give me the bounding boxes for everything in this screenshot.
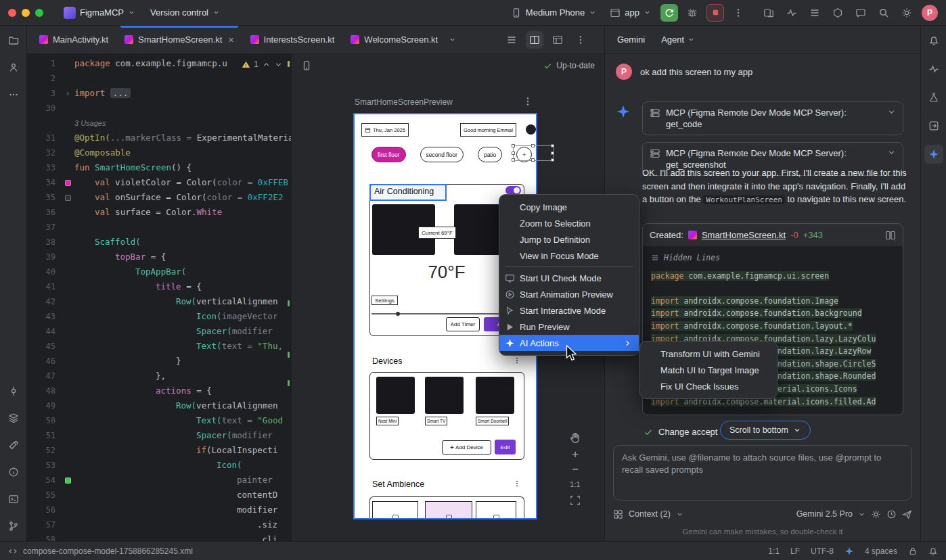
selection-handles[interactable] — [513, 145, 554, 161]
status-item-1-1[interactable]: 1:1 — [768, 546, 780, 556]
menu-item-start-ui-check-mode[interactable]: Start UI Check Mode — [499, 270, 639, 286]
editor-options-button[interactable] — [572, 31, 589, 49]
menu-item-jump-to-definition[interactable]: Jump to Definition — [499, 231, 639, 248]
status-item-utf-8[interactable]: UTF-8 — [811, 546, 834, 556]
editor-tab-smarthomescreen-kt[interactable]: SmartHomeScreen.kt× — [116, 26, 242, 53]
minimize-window-button[interactable] — [22, 9, 30, 17]
user-avatar[interactable]: P — [922, 5, 938, 21]
context-chip[interactable]: Context (2) — [629, 509, 671, 519]
tab-gemini[interactable]: Gemini — [617, 34, 645, 45]
preview-device-icon[interactable] — [301, 60, 312, 71]
prev-issue-icon[interactable] — [262, 60, 271, 69]
floor-tab-patio[interactable]: patio — [478, 147, 502, 162]
plugins-button[interactable] — [828, 3, 847, 22]
version-control-button[interactable] — [4, 517, 23, 536]
model-selector[interactable]: Gemini 2.5 Pro — [796, 509, 853, 519]
notifications-icon[interactable] — [928, 546, 938, 556]
gemini-button[interactable] — [924, 145, 943, 164]
chat-input[interactable]: Ask Gemini, use @filename to attach sour… — [613, 445, 912, 500]
design-view-button[interactable] — [549, 31, 566, 49]
code-editor[interactable]: 1package com.example.figmamcp.u23›import… — [27, 54, 291, 541]
app-insights-button[interactable] — [924, 88, 943, 107]
menu-item-view-in-focus-mode[interactable]: View in Focus Mode — [499, 248, 639, 264]
settings-button[interactable] — [897, 3, 916, 22]
split-view-button[interactable] — [526, 31, 543, 49]
color-preview-swatch[interactable] — [65, 180, 71, 186]
editor-tab-welcomescreen-kt[interactable]: WelcomeScreen.kt — [342, 26, 446, 53]
resize-handle[interactable] — [551, 144, 554, 147]
resize-handle[interactable] — [551, 151, 554, 155]
debug-button[interactable] — [683, 4, 701, 22]
tab-agent[interactable]: Agent — [661, 34, 695, 45]
profiler-button[interactable] — [924, 60, 943, 78]
next-issue-icon[interactable] — [274, 60, 283, 69]
tool-call-card[interactable]: MCP (Figma Remote Dev Mode MCP Server): … — [642, 101, 903, 135]
resize-handle[interactable] — [512, 158, 515, 162]
hidden-lines-row[interactable]: Hidden Lines — [651, 252, 895, 264]
ai-chat-button[interactable] — [851, 3, 870, 22]
gemini-status-icon[interactable] — [844, 546, 854, 556]
menu-item-start-animation-preview[interactable]: Start Animation Preview — [499, 286, 639, 302]
run-button[interactable] — [660, 4, 678, 22]
zoom-out-button[interactable]: − — [572, 465, 579, 473]
stop-button[interactable] — [706, 4, 724, 22]
vcs-widget[interactable]: Version control — [146, 3, 224, 22]
zoom-level[interactable]: 1:1 — [570, 480, 580, 488]
submenu-item-transform-ui-with-gemini[interactable]: Transform UI with Gemini — [640, 346, 777, 362]
close-tab-icon[interactable]: × — [228, 35, 233, 45]
build-button[interactable] — [4, 436, 23, 454]
resource-manager-button[interactable] — [4, 58, 23, 77]
devices-menu-icon[interactable] — [513, 356, 521, 365]
scroll-to-bottom-button[interactable]: Scroll to bottom — [720, 421, 811, 440]
zoom-in-button[interactable]: + — [572, 450, 579, 459]
floor-tab-second-floor[interactable]: second floor — [420, 147, 464, 162]
close-window-button[interactable] — [8, 9, 16, 17]
search-button[interactable] — [874, 3, 893, 22]
project-selector[interactable]: FigmaMCP — [60, 3, 139, 22]
device-selector[interactable]: Medium Phone — [507, 3, 600, 22]
structure-button[interactable] — [4, 409, 23, 427]
commit-button[interactable] — [4, 381, 23, 400]
more-tools-button[interactable] — [4, 85, 23, 104]
project-folder-button[interactable] — [4, 31, 23, 50]
run-configuration-selector[interactable]: app — [606, 3, 655, 22]
open-diff-icon[interactable] — [885, 230, 896, 241]
resize-handle[interactable] — [531, 144, 535, 147]
status-file-path[interactable]: compose-compose-model-1758866285245.xml — [23, 546, 193, 556]
send-icon[interactable] — [902, 509, 912, 519]
device-explorer-button[interactable] — [924, 116, 943, 135]
profiler-button[interactable] — [782, 3, 801, 22]
fold-region-icon[interactable]: › — [65, 86, 70, 101]
zoom-to-fit-icon[interactable] — [570, 495, 581, 506]
lock-icon[interactable] — [908, 546, 918, 556]
resize-handle[interactable] — [512, 144, 515, 147]
menu-item-copy-image[interactable]: Copy Image — [499, 199, 639, 215]
notifications-button[interactable] — [924, 31, 943, 50]
context-icon[interactable] — [613, 509, 623, 519]
chat-settings-icon[interactable] — [871, 509, 881, 519]
ambience-menu-icon[interactable] — [513, 480, 521, 488]
running-devices-button[interactable] — [805, 3, 824, 22]
menu-item-start-interactive-mode[interactable]: Start Interactive Mode — [499, 302, 639, 319]
submenu-item-fix-ui-check-issues[interactable]: Fix UI Check Issues — [640, 378, 777, 394]
edit-button[interactable]: Edit — [495, 440, 516, 454]
resize-handle[interactable] — [531, 158, 535, 162]
resize-handle[interactable] — [551, 158, 554, 162]
problems-button[interactable] — [4, 463, 23, 482]
device-mirror-button[interactable] — [759, 3, 778, 22]
created-file-link[interactable]: SmartHomeScreen.kt — [702, 230, 786, 240]
color-preview-swatch[interactable] — [65, 195, 71, 201]
submenu-item-match-ui-to-target-image[interactable]: Match UI to Target Image — [640, 362, 777, 378]
editor-tab-interestsscreen-kt[interactable]: InterestsScreen.kt — [242, 26, 343, 53]
floor-tab-first-floor[interactable]: first floor — [371, 147, 406, 162]
pan-tool-icon[interactable] — [569, 431, 581, 444]
hidden-tabs-icon[interactable] — [449, 36, 456, 43]
menu-item-zoom-to-selection[interactable]: Zoom to Selection — [499, 215, 639, 231]
menu-item-run-preview[interactable]: Run Preview — [499, 319, 639, 335]
color-preview-swatch[interactable] — [65, 477, 71, 484]
zoom-window-button[interactable] — [35, 9, 43, 17]
history-icon[interactable] — [886, 509, 897, 519]
inspection-widget[interactable]: 1 — [238, 58, 287, 70]
add-device-button[interactable]: +Add Device — [442, 440, 491, 454]
status-item-lf[interactable]: LF — [790, 546, 800, 556]
